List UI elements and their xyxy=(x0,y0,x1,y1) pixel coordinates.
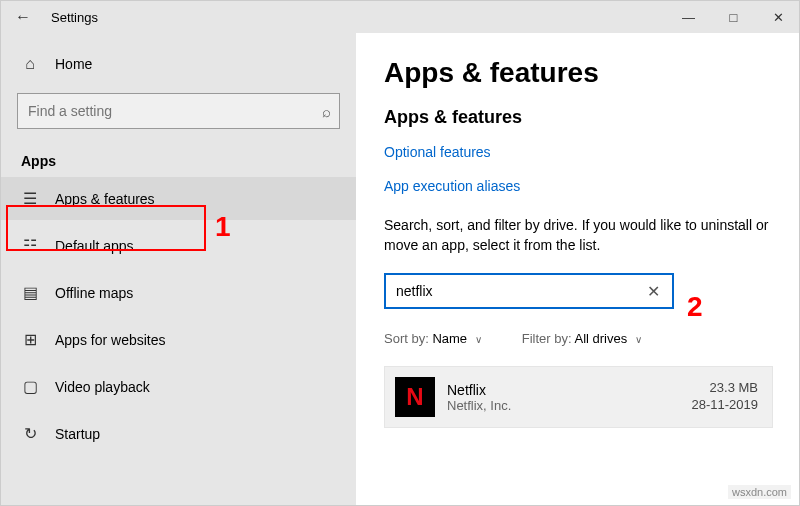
sidebar-item-label: Video playback xyxy=(55,379,150,395)
filter-value: All drives xyxy=(574,331,627,346)
sidebar-item-apps-features[interactable]: ☰ Apps & features xyxy=(1,177,356,220)
sidebar-item-offline-maps[interactable]: ▤ Offline maps xyxy=(1,271,356,314)
sidebar-home[interactable]: ⌂ Home xyxy=(1,45,356,83)
sidebar-item-apps-for-websites[interactable]: ⊞ Apps for websites xyxy=(1,318,356,361)
filter-label: Filter by: xyxy=(522,331,572,346)
app-search[interactable]: ✕ xyxy=(384,273,674,309)
filter-by-dropdown[interactable]: Filter by: All drives ∨ xyxy=(522,331,642,346)
app-list-item[interactable]: N Netflix Netflix, Inc. 23.3 MB 28-11-20… xyxy=(384,366,773,428)
watermark: wsxdn.com xyxy=(728,485,791,499)
maximize-button[interactable]: □ xyxy=(711,1,756,33)
sidebar-item-label: Apps & features xyxy=(55,191,155,207)
sidebar-item-label: Default apps xyxy=(55,238,134,254)
app-name: Netflix xyxy=(447,382,680,398)
sort-filter-row: Sort by: Name ∨ Filter by: All drives ∨ xyxy=(384,331,773,346)
app-publisher: Netflix, Inc. xyxy=(447,398,680,413)
app-search-input[interactable] xyxy=(396,283,643,299)
sort-by-dropdown[interactable]: Sort by: Name ∨ xyxy=(384,331,482,346)
chevron-down-icon: ∨ xyxy=(475,334,482,345)
section-title: Apps & features xyxy=(384,107,773,128)
search-icon: ⌕ xyxy=(322,103,331,120)
link-optional-features[interactable]: Optional features xyxy=(384,144,773,160)
sidebar: ⌂ Home ⌕ Apps ☰ Apps & features ☷ Defaul… xyxy=(1,33,356,506)
sidebar-item-label: Offline maps xyxy=(55,285,133,301)
window-controls: — □ ✕ xyxy=(666,1,800,33)
sidebar-item-label: Startup xyxy=(55,426,100,442)
back-button[interactable]: ← xyxy=(9,4,37,30)
startup-icon: ↻ xyxy=(21,424,39,443)
sidebar-item-label: Apps for websites xyxy=(55,332,166,348)
minimize-button[interactable]: — xyxy=(666,1,711,33)
sidebar-item-startup[interactable]: ↻ Startup xyxy=(1,412,356,455)
video-icon: ▢ xyxy=(21,377,39,396)
sort-value: Name xyxy=(432,331,467,346)
chevron-down-icon: ∨ xyxy=(635,334,642,345)
section-description: Search, sort, and filter by drive. If yo… xyxy=(384,216,773,255)
map-icon: ▤ xyxy=(21,283,39,302)
sidebar-item-video-playback[interactable]: ▢ Video playback xyxy=(1,365,356,408)
clear-icon[interactable]: ✕ xyxy=(643,282,664,301)
sidebar-item-default-apps[interactable]: ☷ Default apps xyxy=(1,224,356,267)
sidebar-section-label: Apps xyxy=(1,139,356,175)
close-button[interactable]: ✕ xyxy=(756,1,800,33)
app-size: 23.3 MB xyxy=(692,380,759,397)
sidebar-search-input[interactable] xyxy=(28,103,322,119)
link-app-execution-aliases[interactable]: App execution aliases xyxy=(384,178,773,194)
page-title: Apps & features xyxy=(384,57,773,89)
home-icon: ⌂ xyxy=(21,55,39,73)
list-icon: ☰ xyxy=(21,189,39,208)
app-date: 28-11-2019 xyxy=(692,397,759,414)
sort-label: Sort by: xyxy=(384,331,429,346)
default-apps-icon: ☷ xyxy=(21,236,39,255)
app-icon: N xyxy=(395,377,435,417)
settings-window: ← Settings — □ ✕ ⌂ Home ⌕ Apps ☰ Apps & … xyxy=(1,1,800,506)
sidebar-home-label: Home xyxy=(55,56,92,72)
sidebar-search[interactable]: ⌕ xyxy=(17,93,340,129)
main-content: Apps & features Apps & features Optional… xyxy=(356,33,800,506)
window-title: Settings xyxy=(51,10,98,25)
titlebar: ← Settings — □ ✕ xyxy=(1,1,800,33)
websites-icon: ⊞ xyxy=(21,330,39,349)
